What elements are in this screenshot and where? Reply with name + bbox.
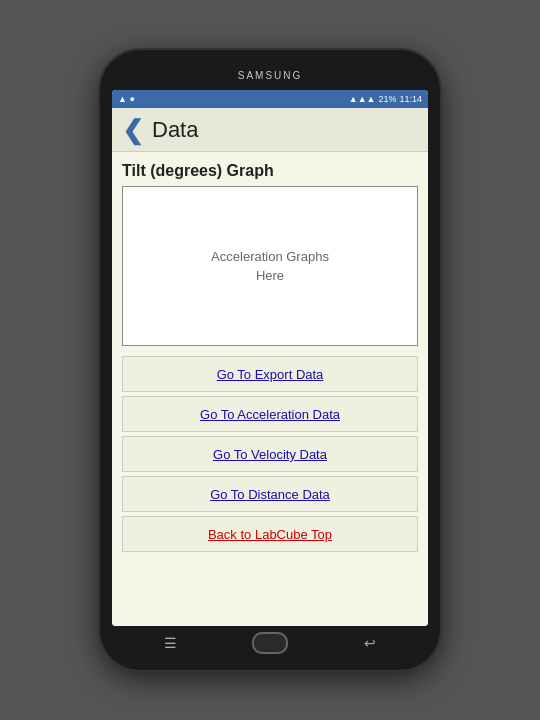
phone-screen: ▲ ● ▲▲▲ 21% 11:14 ❮ Data Tilt (degrees) … (112, 90, 428, 626)
acceleration-data-link[interactable]: Go To Acceleration Data (200, 407, 340, 422)
graph-placeholder: Acceleration Graphs Here (211, 247, 329, 286)
status-bar: ▲ ● ▲▲▲ 21% 11:14 (112, 90, 428, 108)
export-data-button[interactable]: Go To Export Data (122, 356, 418, 392)
page-title: Data (152, 117, 198, 143)
back-button[interactable]: ❮ (122, 117, 144, 143)
status-battery: 21% (378, 94, 396, 104)
velocity-data-button[interactable]: Go To Velocity Data (122, 436, 418, 472)
content-area: Tilt (degrees) Graph Acceleration Graphs… (112, 152, 428, 626)
back-hardware-button[interactable]: ↩ (355, 633, 385, 653)
labcube-top-button[interactable]: Back to LabCube Top (122, 516, 418, 552)
phone-brand: SAMSUNG (238, 70, 303, 81)
header-bar: ❮ Data (112, 108, 428, 152)
home-button[interactable] (252, 632, 288, 654)
menu-button[interactable]: ☰ (155, 633, 185, 653)
velocity-data-link[interactable]: Go To Velocity Data (213, 447, 327, 462)
distance-data-link[interactable]: Go To Distance Data (210, 487, 330, 502)
phone-top-bar: SAMSUNG (112, 64, 428, 86)
export-data-link[interactable]: Go To Export Data (217, 367, 324, 382)
labcube-top-link[interactable]: Back to LabCube Top (208, 527, 332, 542)
phone-bottom-bar: ☰ ↩ (112, 626, 428, 656)
status-time: 11:14 (399, 94, 422, 104)
phone-device: SAMSUNG ▲ ● ▲▲▲ 21% 11:14 ❮ Data Tilt (d… (100, 50, 440, 670)
notification-icon: ▲ ● (118, 94, 135, 104)
graph-container: Acceleration Graphs Here (122, 186, 418, 346)
status-signal: ▲▲▲ (349, 94, 376, 104)
nav-buttons: Go To Export Data Go To Acceleration Dat… (122, 356, 418, 552)
status-right-info: ▲▲▲ 21% 11:14 (349, 94, 422, 104)
distance-data-button[interactable]: Go To Distance Data (122, 476, 418, 512)
acceleration-data-button[interactable]: Go To Acceleration Data (122, 396, 418, 432)
graph-title: Tilt (degrees) Graph (122, 162, 418, 180)
status-left-icons: ▲ ● (118, 94, 135, 104)
